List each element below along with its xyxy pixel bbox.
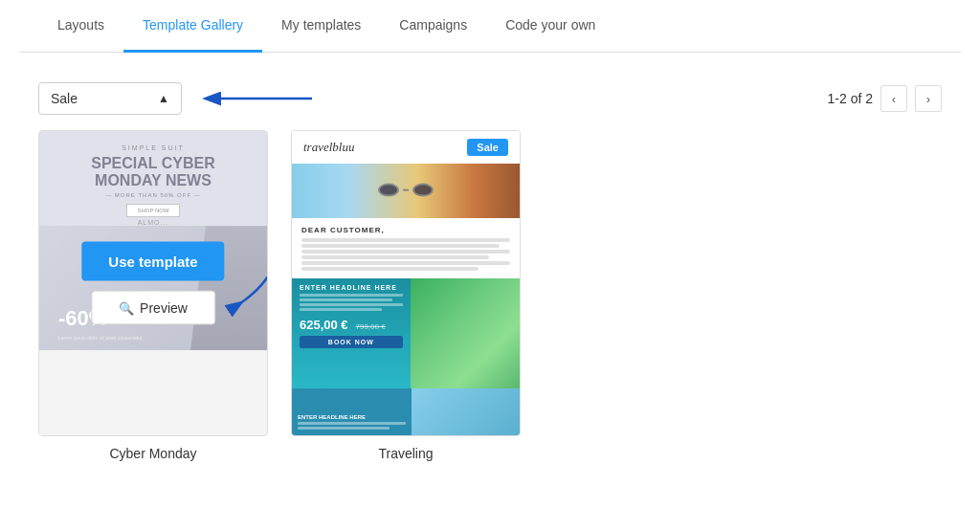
- promo-price-old: 799,00 €: [356, 322, 386, 331]
- travel-hero: [292, 164, 520, 218]
- hero-bg: [292, 164, 520, 218]
- travel-mockup: travelbluu Sale: [292, 131, 520, 435]
- template-name-cyber-monday: Cyber Monday: [109, 446, 196, 461]
- template-preview-traveling: travelbluu Sale: [291, 130, 521, 436]
- templates-grid: SIMPLE SUIT SPECIAL CYBERMONDAY NEWS — M…: [19, 130, 961, 461]
- chevron-up-icon: ▲: [158, 92, 169, 105]
- use-template-button[interactable]: Use template: [81, 242, 224, 281]
- tab-layouts[interactable]: Layouts: [38, 0, 123, 53]
- promo-left: ENTER HEADLINE HERE 625,00 € 799,00 €: [292, 278, 411, 388]
- tab-my-templates[interactable]: My templates: [262, 0, 380, 53]
- toolbar: Sale ▲ 1-2 of 2 ‹ ›: [19, 72, 961, 130]
- lens-right: [412, 183, 434, 196]
- template-card-cyber-monday[interactable]: SIMPLE SUIT SPECIAL CYBERMONDAY NEWS — M…: [38, 130, 268, 461]
- travel-logo: travelbluu: [303, 140, 354, 155]
- search-icon: 🔍: [119, 300, 134, 315]
- overlay: Use template 🔍 Preview: [39, 131, 267, 435]
- footer-right-image: [412, 388, 520, 435]
- dropdown-annotation: [197, 81, 322, 116]
- travel-header: travelbluu Sale: [292, 131, 520, 164]
- promo-line-1: [300, 294, 403, 297]
- template-card-traveling[interactable]: travelbluu Sale: [291, 130, 521, 461]
- text-line-5: [301, 261, 510, 265]
- promo-line-4: [300, 308, 382, 311]
- tab-code-your-own[interactable]: Code your own: [486, 0, 614, 53]
- overlay-buttons: Use template 🔍 Preview: [81, 242, 224, 325]
- text-line-3: [301, 250, 510, 254]
- tabs-bar: Layouts Template Gallery My templates Ca…: [19, 0, 961, 53]
- next-page-button[interactable]: ›: [915, 85, 942, 112]
- footer-text-2: [298, 427, 390, 430]
- text-line-6: [301, 267, 479, 271]
- annotation-arrow-svg: [197, 81, 322, 116]
- promo-section: ENTER HEADLINE HERE 625,00 € 799,00 €: [292, 278, 520, 388]
- filter-label: Sale: [51, 91, 78, 106]
- promo-line-2: [300, 298, 392, 301]
- travel-body: DEAR CUSTOMER,: [292, 218, 520, 278]
- tab-campaigns[interactable]: Campaigns: [380, 0, 486, 53]
- template-preview-cyber-monday: SIMPLE SUIT SPECIAL CYBERMONDAY NEWS — M…: [38, 130, 268, 436]
- footer-headline: ENTER HEADLINE HERE: [298, 414, 406, 420]
- promo-price: 625,00 €: [300, 318, 348, 332]
- book-now-button[interactable]: BOOK NOW: [300, 336, 403, 348]
- page: Layouts Template Gallery My templates Ca…: [0, 0, 980, 508]
- promo-text-lines: [300, 294, 403, 311]
- lens-left: [378, 183, 399, 196]
- preview-button[interactable]: 🔍 Preview: [91, 291, 215, 325]
- travel-footer: ENTER HEADLINE HERE: [292, 388, 520, 435]
- preview-label: Preview: [140, 300, 188, 316]
- promo-price-row: 625,00 € 799,00 €: [300, 317, 403, 332]
- footer-left: ENTER HEADLINE HERE: [292, 388, 412, 435]
- toolbar-left: Sale ▲: [38, 81, 322, 116]
- promo-right-image: [411, 278, 520, 388]
- pagination: 1-2 of 2 ‹ ›: [828, 85, 942, 112]
- tab-template-gallery[interactable]: Template Gallery: [123, 0, 262, 53]
- travel-text-lines: [301, 238, 510, 271]
- promo-headline: ENTER HEADLINE HERE: [300, 284, 403, 291]
- text-line-2: [301, 244, 500, 248]
- promo-line-3: [300, 303, 403, 306]
- travel-greeting: DEAR CUSTOMER,: [301, 226, 510, 234]
- prev-page-button[interactable]: ‹: [880, 85, 907, 112]
- filter-dropdown[interactable]: Sale ▲: [38, 82, 182, 115]
- pagination-range: 1-2 of 2: [828, 91, 873, 106]
- text-line-4: [301, 255, 489, 259]
- sale-badge: Sale: [467, 139, 508, 156]
- template-name-traveling: Traveling: [378, 446, 433, 461]
- text-line-1: [301, 238, 510, 242]
- sunglasses-icon: [378, 183, 434, 196]
- footer-text-1: [298, 422, 406, 425]
- bridge: [403, 188, 409, 190]
